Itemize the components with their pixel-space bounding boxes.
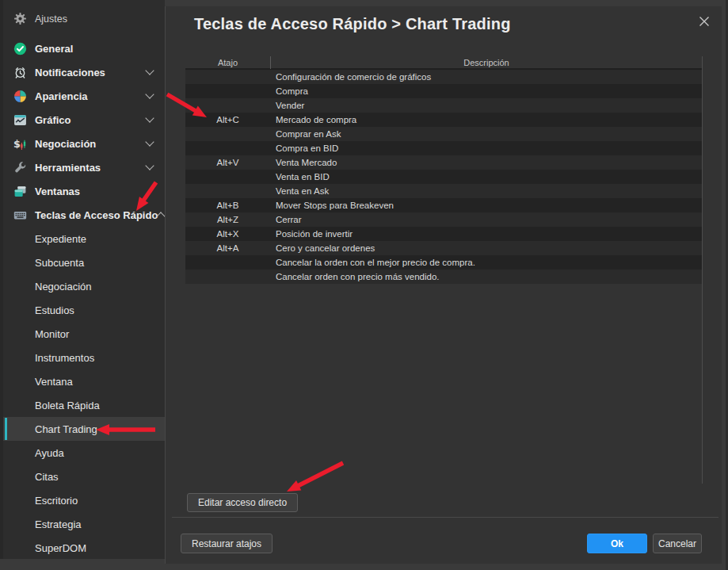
shortcut-row[interactable]: Alt+BMover Stops para Breakeven	[185, 198, 702, 212]
shortcut-cell	[185, 141, 270, 155]
shortcut-row[interactable]: Alt+VVenta Mercado	[185, 155, 702, 170]
restore-shortcuts-button[interactable]: Restaurar atajos	[181, 534, 273, 553]
sidebar-item-grafico[interactable]: Gráfico	[3, 108, 165, 132]
sidebar-item-teclas-acceso-rapido[interactable]: Teclas de Acceso Rápido	[3, 203, 165, 227]
shortcut-cell	[185, 98, 270, 113]
sidebar-item-negociacion[interactable]: $Negociación	[3, 132, 165, 155]
sidebar-item-general[interactable]: General	[3, 36, 165, 60]
sidebar-item-ayuda[interactable]: Ayuda	[3, 441, 165, 465]
sidebar-item-superdom[interactable]: SuperDOM	[3, 536, 165, 560]
description-cell: Mercado de compra	[270, 113, 702, 127]
shortcut-cell	[185, 84, 270, 98]
sidebar-item-label: Citas	[35, 471, 59, 483]
page-title: Teclas de Acceso Rápido > Chart Trading	[194, 15, 511, 33]
shortcut-rows: Configuración de comercio de gráficosCom…	[185, 70, 702, 284]
sidebar-item-label: Ayuda	[35, 447, 64, 459]
svg-text:$: $	[13, 138, 21, 150]
sidebar-item-boleta-rapida[interactable]: Boleta Rápida	[3, 393, 165, 417]
sidebar-item-label: General	[35, 43, 73, 55]
description-cell: Venta Mercado	[270, 155, 702, 170]
shortcut-cell: Alt+V	[185, 155, 270, 170]
sidebar-item-chart-trading[interactable]: Chart Trading	[3, 417, 165, 441]
shortcut-row[interactable]: Comprar en Ask	[185, 127, 702, 141]
shortcut-cell	[185, 127, 270, 141]
sidebar-item-ventana[interactable]: Ventana	[3, 369, 165, 393]
edit-shortcut-button[interactable]: Editar acceso directo	[187, 493, 298, 512]
description-cell: Vender	[270, 98, 702, 113]
dollar-candles-icon: $	[13, 137, 27, 151]
check-circle-icon	[13, 42, 27, 55]
sidebar-item-label: Apariencia	[35, 90, 87, 102]
chevron-down-icon	[145, 66, 154, 75]
sidebar-item-herramientas[interactable]: Herramientas	[3, 155, 165, 179]
shortcut-row[interactable]: Alt+CMercado de compra	[185, 113, 702, 127]
gear-icon	[13, 12, 28, 26]
description-cell: Mover Stops para Breakeven	[270, 198, 702, 212]
chevron-down-icon	[145, 137, 154, 146]
sidebar-item-ventanas[interactable]: Ventanas	[3, 179, 165, 203]
sidebar-nav: GeneralNotificacionesAparienciaGráfico$N…	[3, 36, 165, 560]
shortcut-cell: Alt+A	[185, 241, 270, 255]
settings-sidebar: Ajustes GeneralNotificacionesAparienciaG…	[3, 0, 165, 559]
shortcut-cell: Alt+B	[185, 198, 270, 212]
description-cell: Compra en BID	[270, 141, 702, 155]
sidebar-item-label: Notificaciones	[35, 67, 105, 78]
sidebar-item-label: Monitor	[35, 328, 69, 340]
shortcut-row[interactable]: Vender	[185, 98, 702, 113]
shortcut-row[interactable]: Venta en BID	[185, 170, 702, 184]
shortcut-row[interactable]: Configuración de comercio de gráficos	[185, 70, 702, 84]
shortcut-cell	[185, 170, 270, 184]
shortcut-cell: Alt+C	[185, 113, 270, 127]
keyboard-icon	[13, 208, 27, 222]
shortcut-list: Atajo Descripción Configuración de comer…	[185, 56, 703, 484]
description-cell: Comprar en Ask	[270, 127, 702, 141]
sidebar-item-notificaciones[interactable]: Notificaciones	[3, 60, 165, 84]
sidebar-item-label: Ventanas	[35, 186, 80, 197]
description-cell: Cero y cancelar ordenes	[270, 241, 702, 255]
shortcut-row[interactable]: Compra en BID	[185, 141, 702, 155]
shortcut-row[interactable]: Cancelar orden con precio más vendido.	[185, 270, 702, 284]
sidebar-item-monitor[interactable]: Monitor	[3, 322, 165, 346]
description-cell: Configuración de comercio de gráficos	[270, 70, 702, 84]
sidebar-item-label: Chart Trading	[35, 423, 97, 435]
sidebar-item-apariencia[interactable]: Apariencia	[3, 84, 165, 108]
shortcut-row[interactable]: Compra	[185, 84, 702, 98]
chevron-down-icon	[145, 113, 154, 122]
cancel-button[interactable]: Cancelar	[653, 534, 702, 553]
close-icon	[699, 16, 710, 27]
sidebar-item-instrumentos[interactable]: Instrumentos	[3, 346, 165, 369]
ok-button[interactable]: Ok	[587, 534, 647, 553]
settings-dialog-panel: Teclas de Acceso Rápido > Chart Trading …	[165, 6, 722, 564]
sidebar-item-label: Teclas de Acceso Rápido	[35, 209, 158, 221]
sidebar-item-escritorio[interactable]: Escritorio	[3, 488, 165, 512]
sidebar-item-label: Gráfico	[35, 114, 71, 126]
shortcut-row[interactable]: Venta en Ask	[185, 184, 702, 198]
sidebar-item-estudios[interactable]: Estudios	[3, 298, 165, 322]
sidebar-item-citas[interactable]: Citas	[3, 465, 165, 488]
sidebar-item-label: SuperDOM	[35, 542, 86, 554]
shortcut-row[interactable]: Alt+XPosición de invertir	[185, 227, 702, 241]
wrench-icon	[13, 161, 27, 174]
shortcut-cell: Alt+X	[185, 227, 270, 241]
sidebar-header: Ajustes	[3, 6, 165, 32]
sidebar-item-negociacion-sub[interactable]: Negociación	[3, 274, 165, 298]
sidebar-item-label: Expediente	[35, 233, 86, 245]
pie-icon	[13, 90, 27, 103]
shortcut-cell	[185, 70, 270, 84]
sidebar-item-label: Estrategia	[35, 518, 82, 530]
shortcut-cell	[185, 184, 270, 198]
shortcut-row[interactable]: Alt+ACero y cancelar ordenes	[185, 241, 702, 255]
sidebar-item-subcuenta[interactable]: Subcuenta	[3, 251, 165, 274]
sidebar-item-expediente[interactable]: Expediente	[3, 227, 165, 251]
chevron-down-icon	[145, 90, 154, 98]
shortcut-row[interactable]: Alt+ZCerrar	[185, 212, 702, 227]
chart-icon	[13, 113, 27, 127]
sidebar-item-label: Herramientas	[35, 162, 101, 174]
chevron-down-icon	[145, 161, 154, 170]
close-button[interactable]	[697, 14, 711, 29]
description-cell: Posición de invertir	[270, 227, 702, 241]
shortcut-row[interactable]: Cancelar la orden con el mejor precio de…	[185, 255, 702, 270]
sidebar-item-estrategia[interactable]: Estrategia	[3, 512, 165, 536]
description-cell: Cancelar orden con precio más vendido.	[270, 270, 702, 284]
alarm-icon	[13, 66, 27, 79]
